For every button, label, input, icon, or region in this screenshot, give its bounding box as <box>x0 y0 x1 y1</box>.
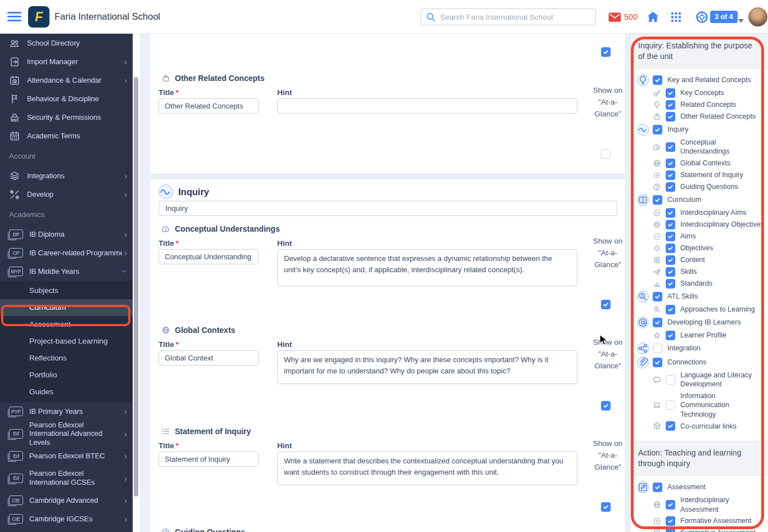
hint-input-conceptual-understandings[interactable]: Develop a declarative sentence that expr… <box>277 249 577 286</box>
hint-input-global-contexts[interactable]: Why are we engaged in this inquiry? Why … <box>277 350 577 384</box>
sidebar-item-security-permissions[interactable]: Security & Permissions <box>0 108 133 127</box>
sidebar-item-ib-primary-years[interactable]: PYPIB Primary Years› <box>0 402 133 421</box>
tree-checkbox-interdisciplinary-assessment[interactable] <box>666 500 675 510</box>
flag-icon <box>9 93 20 105</box>
sidebar-item-ib-diploma[interactable]: DPIB Diploma› <box>0 225 133 244</box>
tree-checkbox-other-related-concepts[interactable] <box>666 112 675 121</box>
star-icon <box>653 331 661 340</box>
inquiry-name-input[interactable] <box>159 201 617 216</box>
mail-icon[interactable] <box>608 12 621 22</box>
home-icon[interactable] <box>647 11 659 22</box>
tree-checkbox-interdisciplinary-aims[interactable] <box>666 208 675 218</box>
apps-grid-icon[interactable] <box>671 12 681 22</box>
tree-item-label: Key and Related Concepts <box>667 75 751 85</box>
support-icon[interactable] <box>695 11 708 24</box>
sidebar-item-school-directory[interactable]: School Directory <box>0 34 133 52</box>
tree-checkbox-objectives[interactable] <box>666 244 675 253</box>
title-input-global-contexts[interactable] <box>159 350 259 366</box>
sidebar-item-ib-middle-years[interactable]: MYPIB Middle Years› <box>0 262 133 281</box>
sidebar-item-label: IB Career-related Programme <box>29 249 122 257</box>
tree-checkbox-approaches-to-learning[interactable] <box>666 305 675 314</box>
search-input[interactable] <box>439 10 591 24</box>
tree-checkbox-statement-of-inquiry[interactable] <box>666 170 675 180</box>
tree-checkbox-atl-skills[interactable] <box>653 292 662 301</box>
sidebar-item-pearson-edexcel-btec[interactable]: EdPearson Edexcel BTEC› <box>0 447 133 465</box>
sidebar-item-integrations[interactable]: Integrations› <box>0 166 133 185</box>
sidebar-item-develop[interactable]: Develop› <box>0 185 133 204</box>
show-at-a-glance-checkbox[interactable] <box>601 300 611 309</box>
title-input-statement-of-inquiry[interactable] <box>159 452 259 467</box>
panel-section-body: Key and Related ConceptsKey ConceptsRela… <box>630 69 768 441</box>
tree-checkbox-learner-profile[interactable] <box>666 331 675 340</box>
tree-checkbox-curriculum[interactable] <box>653 195 662 205</box>
globe-icon <box>161 326 170 335</box>
tree-item-aims: Aims <box>637 232 765 241</box>
tree-item-label: Interdisciplinary Aims <box>680 208 746 218</box>
tree-item-label: Standards <box>680 279 712 288</box>
show-at-a-glance-checkbox[interactable] <box>601 401 611 411</box>
tree-checkbox-key-and-related-concepts[interactable] <box>653 75 662 85</box>
tree-checkbox-assessment[interactable] <box>653 483 662 492</box>
bulb-icon <box>653 101 661 109</box>
tree-checkbox-related-concepts[interactable] <box>666 100 675 110</box>
hint-label: Hint <box>277 88 292 97</box>
lock-icon <box>9 112 20 123</box>
sidebar-item-subjects[interactable]: Subjects <box>0 282 133 299</box>
programme-badge-dp: DP <box>9 229 23 239</box>
svg-text:F: F <box>656 519 658 523</box>
sidebar-item-attendance-calendar[interactable]: Attendance & Calendar› <box>0 71 133 89</box>
tree-checkbox-formative-assessment[interactable] <box>666 516 675 526</box>
tree-item-summative-assessment: SSummative Assessment <box>637 528 765 532</box>
scrollbar-thumb[interactable] <box>134 77 138 497</box>
sidebar-item-guides[interactable]: Guides <box>0 384 133 400</box>
tree-checkbox-content[interactable] <box>666 255 675 265</box>
sidebar-item-pearson-edexcel-international-gcses[interactable]: EdPearson Edexcel International GCSEs› <box>0 465 133 491</box>
tree-checkbox-connections[interactable] <box>653 358 662 367</box>
sidebar-item-behaviour-discipline[interactable]: Behaviour & Discipline <box>0 89 133 108</box>
sidebar-item-pearson-edexcel-international-advanced-levels[interactable]: EdPearson Edexcel International Advanced… <box>0 421 133 447</box>
sidebar-item-import-manager[interactable]: Import Manager› <box>0 52 133 71</box>
sidebar-item-portfolio[interactable]: Portfolio <box>0 367 133 384</box>
title-input-other-related-concepts[interactable] <box>159 98 259 114</box>
show-at-a-glance-checkbox[interactable] <box>601 502 611 512</box>
sidebar-item-cambridge-igcses[interactable]: CIECambridge IGCSEs› <box>0 510 133 528</box>
tree-checkbox-standards[interactable] <box>666 279 675 288</box>
tree-checkbox-inquiry[interactable] <box>653 125 662 134</box>
user-avatar[interactable] <box>748 7 767 26</box>
app-logo[interactable]: F <box>28 6 49 28</box>
tree-checkbox-guiding-questions[interactable] <box>666 182 675 192</box>
tree-item-label: Summative Assessment <box>680 528 755 532</box>
tree-item-label: Connections <box>667 358 707 367</box>
wave-circle-icon <box>637 124 649 136</box>
menu-icon[interactable] <box>7 12 21 22</box>
tree-checkbox-summative-assessment[interactable] <box>666 528 675 532</box>
hint-input-statement-of-inquiry[interactable]: Write a statement that describes the con… <box>277 452 577 485</box>
sidebar-item-reflections[interactable]: Reflections <box>0 350 133 367</box>
sidebar-item-project-based-learning[interactable]: Project-based Learning <box>0 333 133 350</box>
tree-checkbox-developing-ib-learners[interactable] <box>653 318 662 327</box>
at-circle-icon <box>637 317 649 328</box>
caret-down-icon[interactable] <box>738 15 744 19</box>
tree-checkbox-conceptual-understandings[interactable] <box>666 142 675 152</box>
tree-checkbox-co-curricular-links[interactable] <box>666 421 675 431</box>
sidebar-item-assessment[interactable]: Assessment <box>0 316 133 333</box>
tree-checkbox-key-concepts[interactable] <box>666 88 675 98</box>
tree-checkbox-skills[interactable] <box>666 267 675 277</box>
tree-checkbox-aims[interactable] <box>666 232 675 241</box>
tree-checkbox-global-contexts[interactable] <box>666 159 675 168</box>
hint-input-other-related-concepts[interactable] <box>277 98 577 114</box>
tree-item-label: Statement of Inquiry <box>680 170 743 180</box>
tree-checkbox-integration[interactable] <box>653 344 662 353</box>
sidebar-item-ib-career-related-programme[interactable]: CPIB Career-related Programme› <box>0 244 133 262</box>
tree-checkbox-language-and-literacy-development[interactable] <box>666 375 675 385</box>
tree-checkbox-information-communication-technology[interactable] <box>666 400 675 410</box>
sidebar-item-academic-terms[interactable]: Academic Terms <box>0 127 133 145</box>
session-badge[interactable]: 3 of 4 <box>710 11 738 23</box>
show-at-a-glance-checkbox[interactable] <box>601 149 611 159</box>
sidebar-item-cambridge-advanced[interactable]: CIECambridge Advanced› <box>0 491 133 510</box>
sidebar-item-curriculum[interactable]: Curriculum <box>0 299 133 316</box>
title-input-conceptual-understandings[interactable] <box>159 249 259 264</box>
laptop-icon <box>653 401 661 409</box>
tree-checkbox-interdisciplinary-objectives[interactable] <box>666 220 675 229</box>
show-at-a-glance-checkbox[interactable] <box>601 47 611 57</box>
